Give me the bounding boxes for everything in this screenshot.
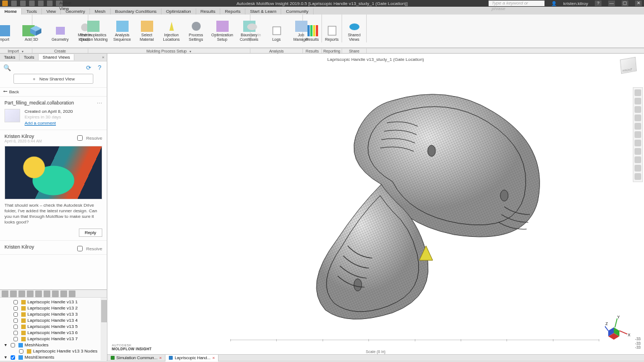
3d-button[interactable]: 3D	[25, 25, 47, 41]
tab-boundary-conditions[interactable]: Boundary Conditions	[111, 8, 162, 15]
tree-tool-icon[interactable]	[60, 290, 67, 297]
panel-close-icon[interactable]: ×	[100, 55, 107, 60]
close-button[interactable]: ✕	[635, 1, 642, 6]
layer-icon	[21, 337, 26, 341]
ribbon-group-reporting: Reports	[322, 15, 342, 42]
view-icon[interactable]	[634, 173, 641, 180]
optimization-setup-button[interactable]: Optimization Setup	[210, 21, 235, 41]
help-search-input[interactable]: Type a keyword or phrase	[489, 1, 544, 6]
tree-node[interactable]: ▾ MeshElements	[4, 354, 107, 360]
tree-node[interactable]: Lapriscopic Handle v13 2	[11, 305, 107, 311]
bottom-tab-simulation[interactable]: Simulation Commun...×	[107, 355, 165, 361]
tree-node[interactable]: Lapriscopic Handle v13 4	[11, 317, 107, 323]
resolve-checkbox[interactable]: Resolve	[75, 244, 102, 253]
share-menu-icon[interactable]: ⋯	[97, 100, 102, 106]
orbit-icon[interactable]	[634, 89, 641, 96]
new-shared-view-button[interactable]: ＋ New Shared View	[13, 74, 93, 84]
share-expires-label: Expires in 30 days	[25, 115, 73, 120]
results-icon	[306, 25, 319, 36]
view-icon[interactable]	[634, 131, 641, 138]
bottom-tab-part[interactable]: Lapriscopic Hand...×	[165, 355, 219, 361]
tree-tool-icon[interactable]	[69, 290, 75, 297]
tree-tool-icon[interactable]	[52, 290, 59, 297]
pan-icon[interactable]	[634, 98, 641, 104]
add-comment-link[interactable]: Add a comment	[25, 121, 73, 126]
tab-mesh[interactable]: Mesh	[90, 8, 111, 15]
qat-save-icon[interactable]	[20, 1, 26, 6]
minimize-button[interactable]: —	[608, 1, 615, 6]
tree-tool-icon[interactable]	[18, 290, 25, 297]
qat-open-icon[interactable]	[11, 1, 17, 6]
search-icon[interactable]: 🔍	[3, 64, 11, 72]
group-label-molding[interactable]: Molding Process Setup	[88, 49, 250, 53]
tree-tool-icon[interactable]	[44, 290, 50, 297]
qat-print-icon[interactable]	[47, 1, 53, 6]
tree-node[interactable]: Lapriscopic Handle v13 3 Tetras	[17, 360, 107, 361]
user-icon[interactable]: 👤	[551, 1, 557, 6]
panel-tab-shared-views[interactable]: Shared Views	[39, 54, 74, 60]
view-icon[interactable]	[634, 156, 641, 163]
logs-button[interactable]: Logs	[266, 25, 288, 41]
tree-node[interactable]: Lapriscopic Handle v13 7	[11, 336, 107, 342]
refresh-icon[interactable]: ⟳	[84, 64, 92, 72]
back-button[interactable]: 🠔 Back	[0, 87, 107, 97]
view-icon[interactable]	[634, 123, 641, 130]
help-icon[interactable]: ?	[595, 1, 602, 6]
help-small-icon[interactable]: ?	[96, 64, 103, 72]
tree-node[interactable]: Lapriscopic Handle v13 5	[11, 323, 107, 330]
reports-button[interactable]: Reports	[321, 25, 343, 41]
analyze-cloud-button[interactable]: Analyze in Cloud	[241, 21, 263, 41]
resolve-checkbox[interactable]: Resolve	[75, 134, 102, 142]
tab-optimization[interactable]: Optimization	[162, 8, 196, 15]
tree-tool-icon[interactable]	[35, 290, 42, 297]
panel-tab-tasks[interactable]: Tasks	[0, 54, 20, 60]
tree-node[interactable]: ▾ MeshNodes	[4, 342, 107, 348]
qat-redo-icon[interactable]	[38, 1, 44, 6]
tree-node[interactable]: Lapriscopic Handle v13 3 Nodes	[17, 348, 107, 354]
view-icon[interactable]	[634, 140, 641, 146]
tab-view[interactable]: View	[42, 8, 61, 15]
tree-tool-icon[interactable]	[2, 290, 8, 297]
tab-community[interactable]: Community	[281, 8, 313, 15]
shared-views-button[interactable]: Shared Views	[343, 21, 366, 41]
tree-node[interactable]: Lapriscopic Handle v13 3	[11, 311, 107, 317]
injection-locations-button[interactable]: Injection Locations	[160, 21, 183, 41]
process-settings-button[interactable]: Process Settings	[185, 21, 207, 41]
tree-scrollbar[interactable]	[101, 298, 106, 360]
geometry-button[interactable]: Geometry	[49, 25, 72, 41]
qat-undo-icon[interactable]	[29, 1, 35, 6]
zoom-icon[interactable]	[634, 106, 641, 113]
view-icon[interactable]	[634, 148, 641, 155]
results-button[interactable]: Results	[301, 25, 324, 41]
active-view-dropdown[interactable]: Active View	[56, 1, 63, 6]
import-dropdown[interactable]: Import	[0, 49, 32, 53]
tree-node[interactable]: Lapriscopic Handle v13 6	[11, 330, 107, 336]
tab-tools[interactable]: Tools	[22, 8, 42, 15]
cloud-share-icon	[348, 21, 361, 32]
tab-results[interactable]: Results	[196, 8, 221, 15]
reply-button[interactable]: Reply	[79, 228, 102, 237]
viewport[interactable]: Lapriscopic Handle v13_study_1 (Gate Loc…	[107, 54, 644, 361]
svg-point-22	[349, 23, 359, 30]
tab-close-icon[interactable]: ×	[159, 355, 162, 360]
tab-start-learn[interactable]: Start & Learn	[245, 8, 281, 15]
analysis-sequence-button[interactable]: Analysis Sequence	[111, 21, 134, 41]
import-button[interactable]: Import	[0, 25, 15, 41]
viewcube[interactable]	[620, 57, 637, 74]
tab-close-icon[interactable]: ×	[212, 355, 215, 360]
quick-access-toolbar: Active View	[0, 1, 63, 6]
tree-node[interactable]: Lapriscopic Handle v13 1	[11, 299, 107, 305]
ribbon-group-analysis: Analyze in Cloud Logs Job Manager	[250, 15, 303, 42]
tab-home[interactable]: Home	[0, 8, 22, 15]
layer-icon	[21, 306, 26, 311]
thermoplastics-button[interactable]: Thermoplastics Injection Molding	[78, 21, 109, 41]
tree-tool-icon[interactable]	[27, 290, 34, 297]
maximize-button[interactable]: ▢	[622, 1, 628, 6]
panel-tab-tools[interactable]: Tools	[20, 54, 39, 60]
tree-tool-icon[interactable]	[10, 290, 17, 297]
select-material-button[interactable]: Select Material	[136, 21, 158, 41]
fit-icon[interactable]	[634, 115, 641, 121]
tab-reports[interactable]: Reports	[220, 8, 245, 15]
view-icon[interactable]	[634, 165, 641, 172]
ribbon-group-results: Results	[303, 15, 322, 42]
